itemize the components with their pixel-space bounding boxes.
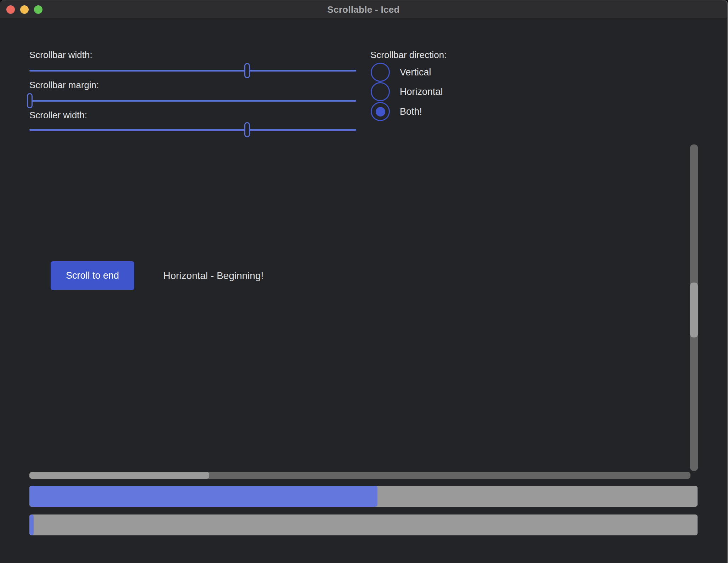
scroller-width-label: Scroller width: [29, 109, 87, 121]
window-title: Scrollable - Iced [0, 0, 727, 19]
radio-circle-selected-icon [371, 102, 390, 121]
radio-both-label: Both! [400, 106, 422, 117]
radio-circle-icon [371, 63, 390, 82]
scrollbar-width-slider[interactable] [29, 70, 356, 72]
scrollbar-margin-slider[interactable] [29, 100, 356, 102]
radio-horizontal-label: Horizontal [400, 86, 443, 97]
horizontal-progress-bar [29, 486, 698, 507]
radio-vertical[interactable]: Vertical [371, 63, 431, 82]
horizontal-scrollbar-track[interactable] [29, 472, 690, 479]
scrollbar-width-slider-handle[interactable] [244, 63, 250, 78]
vertical-scrollbar-thumb[interactable] [690, 283, 698, 337]
radio-horizontal[interactable]: Horizontal [371, 82, 443, 101]
scroll-status-text: Horizontal - Beginning! [163, 270, 263, 282]
vertical-scrollbar-track[interactable] [690, 144, 698, 471]
scroller-width-slider[interactable] [29, 129, 356, 131]
scrollbar-margin-label: Scrollbar margin: [29, 79, 99, 91]
scroller-width-slider-handle[interactable] [244, 122, 250, 137]
horizontal-scrollbar-thumb[interactable] [29, 472, 209, 479]
titlebar: Scrollable - Iced [0, 0, 727, 18]
vertical-progress-bar [29, 514, 698, 535]
scrollbar-margin-slider-handle[interactable] [27, 93, 33, 108]
horizontal-progress-fill [29, 486, 377, 507]
vertical-progress-fill [29, 514, 34, 535]
radio-circle-icon [371, 82, 390, 101]
scrollbar-width-label: Scrollbar width: [29, 49, 92, 61]
app-window: Scrollable - Iced Scrollbar width: Scrol… [0, 0, 728, 563]
radio-vertical-label: Vertical [400, 67, 431, 78]
scrollbar-direction-label: Scrollbar direction: [370, 49, 447, 61]
scroll-to-end-button[interactable]: Scroll to end [51, 261, 134, 290]
radio-both[interactable]: Both! [371, 102, 422, 121]
